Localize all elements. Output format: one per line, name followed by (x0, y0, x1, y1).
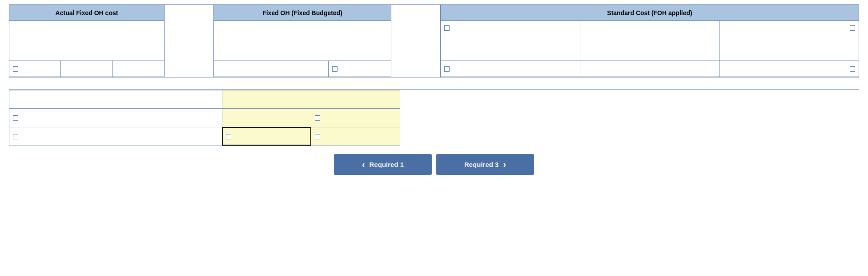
page-wrapper: Actual Fixed OH cost Fixed OH (Fixed Bud… (0, 0, 868, 193)
next-button[interactable]: Required 3 (436, 154, 534, 175)
bottom-row-1 (9, 90, 400, 109)
empty-spacer-row (9, 77, 859, 90)
bottom-left-3 (9, 127, 222, 146)
bottom-mid3-indicator (226, 134, 231, 139)
bottom-right2-indicator (315, 115, 320, 121)
standard-bottom-sub-1 (441, 61, 580, 77)
spacer-2 (391, 5, 440, 77)
actual-bottom-row (9, 61, 164, 77)
standard-bottom-sub-3 (719, 61, 859, 77)
standard-bottom-indicator-1 (444, 66, 450, 72)
col-fixed-oh-header: Fixed OH (Fixed Budgeted) (214, 5, 391, 21)
top-section: Actual Fixed OH cost Fixed OH (Fixed Bud… (9, 4, 859, 77)
bottom-right-1 (311, 90, 400, 108)
standard-sub-indicator-1 (444, 25, 450, 31)
bottom-mid-3[interactable] (222, 127, 311, 146)
col-standard-header: Standard Cost (FOH applied) (441, 5, 859, 21)
col-actual-header: Actual Fixed OH cost (9, 5, 164, 21)
bottom-left-2 (9, 109, 222, 127)
actual-cell-3 (113, 61, 164, 77)
fixed-oh-indicator (332, 66, 338, 72)
standard-sub-1 (441, 21, 580, 61)
bottom-row3-indicator (13, 134, 18, 139)
standard-bottom-sub-2 (580, 61, 720, 77)
bottom-row-2 (9, 109, 400, 127)
actual-inner-area (9, 21, 164, 61)
bottom-mid-1 (222, 90, 311, 108)
bottom-section (9, 90, 859, 146)
chevron-right-icon (503, 159, 506, 170)
actual-cell-2 (61, 61, 113, 77)
bottom-left-1 (9, 90, 222, 108)
fixed-oh-bottom-left (214, 61, 329, 77)
fixed-oh-bottom-row (214, 61, 391, 77)
chevron-left-icon (362, 159, 365, 170)
bottom-row-3 (9, 127, 400, 146)
bottom-right-2 (311, 109, 400, 127)
standard-bottom-indicator-3 (850, 66, 855, 72)
standard-inner-area (441, 21, 859, 61)
bottom-right3-indicator (315, 134, 320, 139)
next-button-label: Required 3 (464, 161, 499, 168)
fixed-oh-bottom-right (329, 61, 391, 77)
standard-sub-indicator-3 (850, 25, 855, 31)
actual-indicator-1 (13, 66, 18, 72)
col-actual: Actual Fixed OH cost (9, 5, 165, 77)
standard-bottom-row (441, 61, 859, 77)
prev-button-label: Required 1 (370, 161, 404, 168)
prev-button[interactable]: Required 1 (334, 154, 432, 175)
col-standard: Standard Cost (FOH applied) (440, 5, 859, 77)
spacer-1 (165, 5, 213, 77)
actual-cell-1 (9, 61, 61, 77)
bottom-row2-indicator (13, 115, 18, 121)
bottom-right-3 (311, 127, 400, 146)
fixed-oh-inner-area (214, 21, 391, 61)
standard-sub-2 (580, 21, 720, 61)
bottom-mid-2 (222, 109, 311, 127)
col-fixed-oh: Fixed OH (Fixed Budgeted) (213, 5, 391, 77)
standard-sub-3 (719, 21, 859, 61)
nav-buttons: Required 1 Required 3 (9, 154, 859, 184)
